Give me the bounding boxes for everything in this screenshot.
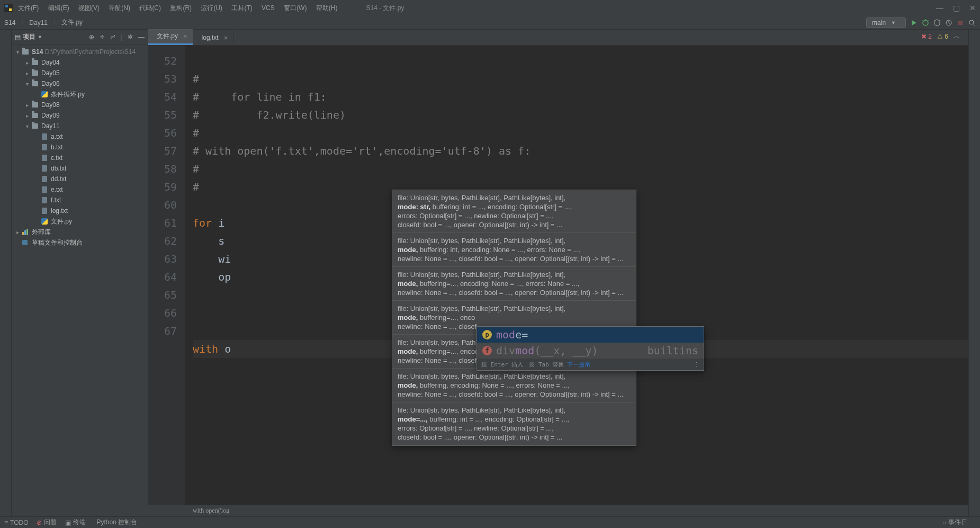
status-bar: ≡ TODO ⊘ 问题 ▣ 终端 Python 控制台 ○ 事件日 — [0, 516, 980, 528]
menu-refactor[interactable]: 重构(R) — [170, 4, 192, 12]
project-tree[interactable]: ▾S14 D:\Python\PycharmProjects\S14 ▸Day0… — [12, 44, 148, 516]
editor-breadcrumb[interactable]: with open('log — [148, 505, 968, 516]
project-icon: ▤ — [15, 33, 21, 41]
function-icon: f — [482, 346, 492, 355]
completion-item[interactable]: p mode= — [477, 327, 704, 343]
python-console-button[interactable]: Python 控制台 — [94, 518, 137, 527]
crumb-file[interactable]: 文件.py — [61, 18, 83, 27]
svg-rect-14 — [22, 232, 24, 235]
project-title: 项目 — [23, 32, 35, 41]
chevron-down-icon: ▼ — [891, 20, 896, 25]
profile-button[interactable] — [945, 19, 952, 26]
code-editor[interactable]: 52 53 54 55 56 57 58 59 60 61 62 63 64 6… — [148, 46, 968, 516]
event-log-button[interactable]: ○ 事件日 — [942, 518, 967, 527]
debug-button[interactable] — [922, 19, 929, 26]
settings-icon[interactable]: ✲ — [128, 33, 133, 41]
terminal-tool-button[interactable]: ▣ 终端 — [65, 518, 86, 527]
tree-folder: ▾Day11 — [12, 121, 148, 131]
svg-rect-11 — [958, 21, 963, 25]
tree-file: e.txt — [12, 184, 148, 195]
collapse-all-icon[interactable]: ≓ — [110, 33, 115, 41]
svg-rect-17 — [22, 240, 28, 245]
todo-tool-button[interactable]: ≡ TODO — [4, 519, 28, 526]
tab-logtxt[interactable]: log.txt× — [193, 30, 234, 45]
app-logo-icon — [4, 4, 13, 12]
tree-folder: ▸Day04 — [12, 57, 148, 68]
parameter-hint-popup: file: Union[str, bytes, PathLike[str], P… — [392, 190, 636, 446]
svg-line-13 — [973, 24, 975, 26]
tab-active[interactable]: 文件.py× — [148, 29, 193, 45]
project-tool-window: ▤ 项目 ▼ ⊕ ≑ ≓ | ✲ — ▾S14 D:\Python\Pychar… — [12, 30, 148, 516]
menu-window[interactable]: 窗口(W) — [284, 4, 307, 12]
code-completion-popup[interactable]: p mode= f divmod(__x, __y) builtins 按 En… — [476, 326, 704, 371]
tree-file: 文件.py — [12, 216, 148, 227]
svg-rect-2 — [9, 8, 12, 11]
chevron-up-icon[interactable]: ︿ — [954, 32, 960, 41]
crumb-project[interactable]: S14 — [4, 19, 15, 26]
close-tab-icon[interactable]: × — [224, 34, 228, 42]
tree-folder: ▸Day09 — [12, 110, 148, 121]
tree-file: log.txt — [12, 205, 148, 216]
tree-root: ▾S14 D:\Python\PycharmProjects\S14 — [12, 47, 148, 57]
line-gutter[interactable]: 52 53 54 55 56 57 58 59 60 61 62 63 64 6… — [148, 46, 185, 516]
svg-rect-15 — [24, 230, 26, 235]
minimize-button[interactable]: — — [936, 4, 943, 12]
menu-run[interactable]: 运行(U) — [201, 4, 222, 12]
menu-file[interactable]: 文件(F) — [18, 4, 39, 12]
coverage-button[interactable] — [933, 19, 941, 26]
tree-folder: ▸Day08 — [12, 100, 148, 110]
right-tool-strip[interactable] — [968, 30, 980, 516]
svg-line-10 — [949, 23, 950, 24]
window-title: S14 - 文件.py — [366, 4, 404, 13]
menu-nav[interactable]: 导航(N) — [109, 4, 130, 12]
main-menu: 文件(F) 编辑(E) 视图(V) 导航(N) 代码(C) 重构(R) 运行(U… — [18, 4, 345, 13]
completion-item[interactable]: f divmod(__x, __y) builtins — [477, 343, 704, 359]
svg-line-6 — [922, 20, 923, 21]
svg-rect-1 — [5, 5, 8, 7]
hide-icon[interactable]: — — [138, 33, 145, 41]
menu-edit[interactable]: 编辑(E) — [48, 4, 69, 12]
menu-vcs[interactable]: VCS — [262, 4, 275, 12]
tree-file: 条件循环.py — [12, 89, 148, 100]
problems-tool-button[interactable]: ⊘ 问题 — [37, 518, 57, 527]
tree-file: c.txt — [12, 153, 148, 163]
expand-all-icon[interactable]: ≑ — [100, 33, 105, 41]
menu-tools[interactable]: 工具(T) — [231, 4, 252, 12]
tree-file: db.txt — [12, 163, 148, 174]
tree-folder: ▸Day05 — [12, 68, 148, 78]
tree-file: a.txt — [12, 131, 148, 142]
close-tab-icon[interactable]: × — [183, 32, 187, 40]
menu-view[interactable]: 视图(V) — [78, 4, 100, 12]
menu-code[interactable]: 代码(C) — [139, 4, 161, 12]
tree-file: dd.txt — [12, 174, 148, 184]
run-button[interactable] — [910, 19, 918, 26]
maximize-button[interactable]: ▢ — [953, 4, 960, 12]
svg-point-12 — [969, 20, 974, 24]
chevron-down-icon[interactable]: ▼ — [38, 34, 42, 40]
next-hint-link[interactable]: 下一提示 — [567, 361, 590, 369]
crumb-folder[interactable]: Day11 — [29, 19, 48, 26]
tree-file: f.txt — [12, 195, 148, 205]
close-button[interactable]: ✕ — [969, 4, 976, 12]
svg-point-4 — [923, 20, 928, 25]
svg-line-7 — [928, 20, 929, 21]
tree-folder: ▾Day06 — [12, 78, 148, 89]
error-count-icon: ✖ 2 — [921, 33, 932, 40]
svg-rect-16 — [26, 229, 28, 235]
run-config-dropdown[interactable]: main ▼ — [866, 17, 906, 28]
parameter-icon: p — [482, 330, 492, 339]
completion-footer: 按 Enter 插入，按 Tab 替换下一提示 ⋮ — [477, 359, 704, 370]
inspection-widget[interactable]: ✖ 2 ⚠ 6 ︿ — [921, 32, 960, 41]
menu-help[interactable]: 帮助(H) — [316, 4, 338, 12]
left-tool-strip[interactable] — [0, 30, 12, 516]
tree-scratch: 草稿文件和控制台 — [12, 237, 148, 248]
warning-count-icon: ⚠ 6 — [937, 33, 948, 40]
locate-icon[interactable]: ⊕ — [89, 33, 94, 41]
stop-button[interactable] — [957, 19, 964, 26]
search-everywhere-button[interactable] — [968, 19, 976, 26]
svg-marker-3 — [912, 20, 916, 25]
run-config-label: main — [872, 19, 886, 26]
titlebar: 文件(F) 编辑(E) 视图(V) 导航(N) 代码(C) 重构(R) 运行(U… — [0, 0, 980, 16]
navigation-bar: S14〉 Day11〉 文件.py main ▼ — [0, 16, 980, 30]
more-icon[interactable]: ⋮ — [694, 361, 699, 368]
